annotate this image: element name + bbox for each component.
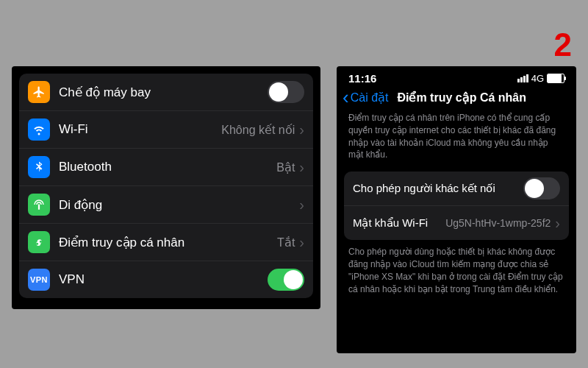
- row-label: Chế độ máy bay: [59, 85, 268, 100]
- row-bluetooth[interactable]: Bluetooth Bật ›: [19, 149, 313, 186]
- chevron-right-icon: ›: [299, 160, 304, 174]
- row-personal-hotspot[interactable]: Điểm truy cập cá nhân Tắt ›: [19, 224, 313, 261]
- hotspot-icon: [28, 231, 50, 253]
- signal-bars-icon: [517, 74, 528, 82]
- allow-others-toggle[interactable]: [523, 177, 560, 199]
- cellular-icon: [28, 194, 50, 216]
- bluetooth-icon: [28, 156, 50, 178]
- status-time: 11:16: [348, 72, 376, 85]
- nav-bar: Cài đặt Điểm truy cập Cá nhân: [337, 86, 576, 109]
- airplane-toggle[interactable]: [268, 81, 304, 103]
- row-label: Mật khẩu Wi-Fi: [353, 216, 445, 230]
- settings-list: Chế độ máy bay Wi-Fi Không kết nối › Blu…: [19, 74, 313, 298]
- hotspot-description-bottom: Cho phép người dùng hoặc thiết bị khác k…: [337, 243, 576, 302]
- row-value: Bật: [276, 160, 295, 174]
- network-label: 4G: [531, 73, 544, 84]
- row-label: Điểm truy cập cá nhân: [59, 235, 277, 250]
- battery-icon: [547, 74, 564, 83]
- wifi-icon: [28, 118, 50, 141]
- row-wifi-password[interactable]: Mật khẩu Wi-Fi Ug5N-htHv-1wmp-25f2 ›: [344, 206, 569, 240]
- row-cellular[interactable]: Di động ›: [19, 186, 313, 224]
- hotspot-options: Cho phép người khác kết nối Mật khẩu Wi-…: [344, 171, 569, 240]
- row-wifi[interactable]: Wi-Fi Không kết nối ›: [19, 111, 313, 149]
- row-label: Di động: [59, 197, 299, 213]
- row-airplane-mode[interactable]: Chế độ máy bay: [19, 74, 313, 111]
- row-value: Tắt: [277, 236, 295, 250]
- row-label: Wi-Fi: [59, 122, 221, 137]
- settings-panel: Chế độ máy bay Wi-Fi Không kết nối › Blu…: [12, 66, 320, 309]
- row-allow-others[interactable]: Cho phép người khác kết nối: [344, 171, 569, 206]
- hotspot-panel: 11:16 4G Cài đặt Điểm truy cập Cá nhân Đ…: [337, 66, 576, 353]
- row-vpn[interactable]: VPN VPN: [19, 261, 313, 298]
- row-label: Cho phép người khác kết nối: [353, 182, 523, 195]
- chevron-right-icon: ›: [299, 235, 304, 250]
- row-label: VPN: [59, 272, 268, 287]
- row-value: Không kết nối: [221, 123, 295, 137]
- vpn-icon: VPN: [28, 269, 50, 291]
- airplane-icon: [28, 81, 50, 103]
- chevron-right-icon: ›: [555, 216, 560, 230]
- vpn-toggle[interactable]: [268, 269, 304, 291]
- status-bar: 11:16 4G: [337, 66, 576, 86]
- row-label: Bluetooth: [59, 160, 276, 174]
- annotation-step-2: 2: [554, 26, 572, 63]
- row-value: Ug5N-htHv-1wmp-25f2: [445, 217, 551, 229]
- page-title: Điểm truy cập Cá nhân: [353, 91, 570, 105]
- chevron-right-icon: ›: [299, 197, 304, 212]
- hotspot-description-top: Điểm truy cập cá nhân trên iPhone có thể…: [337, 109, 576, 169]
- chevron-right-icon: ›: [299, 122, 304, 137]
